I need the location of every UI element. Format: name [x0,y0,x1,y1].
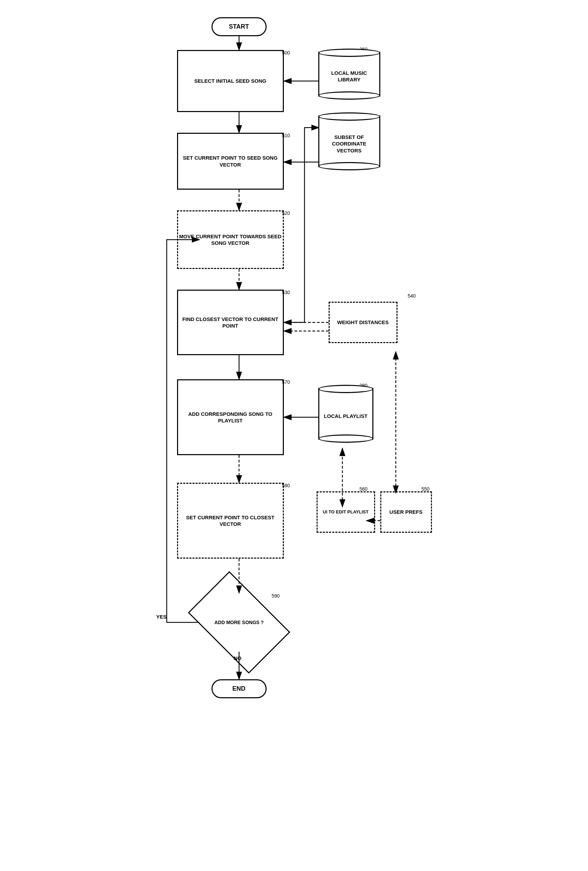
step-550: USER PREFS [380,491,432,533]
ref-540: 540 [408,293,416,299]
step-510: SET CURRENT POINT TO SEED SONG VECTOR [177,133,284,190]
step540-label: WEIGHT DISTANCES [337,319,389,326]
db-260: LOCAL MUSIC LIBRARY [318,52,380,97]
step-580: SET CURRENT POINT TO CLOSEST VECTOR [177,483,284,558]
start-label: START [229,23,249,31]
step-500: SELECT INITIAL SEED SONG [177,50,284,112]
start-node: START [212,17,267,36]
step560-label: UI TO EDIT PLAYLIST [323,509,369,515]
db-280: LOCAL PLAYLIST [318,388,373,440]
step520-label: MOVE CURRENT POINT TOWARDS SEED SONG VEC… [178,233,283,247]
step500-label: SELECT INITIAL SEED SONG [194,78,266,84]
db280-label: LOCAL PLAYLIST [320,410,371,422]
yes-label: YES [157,614,167,620]
step550-label: USER PREFS [390,509,423,515]
step-560: UI TO EDIT PLAYLIST [316,491,375,533]
ref-550: 550 [422,486,430,492]
flowchart-diagram: START 500 SELECT INITIAL SEED SONG 260 L… [146,7,442,862]
no-label: NO [234,655,242,661]
step530-label: FIND CLOSEST VECTOR TO CURRENT POINT [178,316,283,329]
step510-label: SET CURRENT POINT TO SEED SONG VECTOR [178,154,283,168]
db265-label: SUBSET OF COORDINATE VECTORS [319,131,379,157]
step-540: WEIGHT DISTANCES [328,302,397,343]
step-570: ADD CORRESPONDING SONG TO PLAYLIST [177,379,284,455]
step590-label: ADD MORE SONGS ? [214,619,264,626]
end-label: END [232,685,245,693]
step570-label: ADD CORRESPONDING SONG TO PLAYLIST [178,411,283,424]
step-520: MOVE CURRENT POINT TOWARDS SEED SONG VEC… [177,210,284,269]
db-265: SUBSET OF COORDINATE VECTORS [318,115,380,167]
step580-label: SET CURRENT POINT TO CLOSEST VECTOR [178,514,283,528]
ref-560: 560 [360,486,367,492]
db260-label: LOCAL MUSIC LIBRARY [319,67,379,86]
step-530: FIND CLOSEST VECTOR TO CURRENT POINT [177,290,284,355]
end-node: END [212,679,267,698]
